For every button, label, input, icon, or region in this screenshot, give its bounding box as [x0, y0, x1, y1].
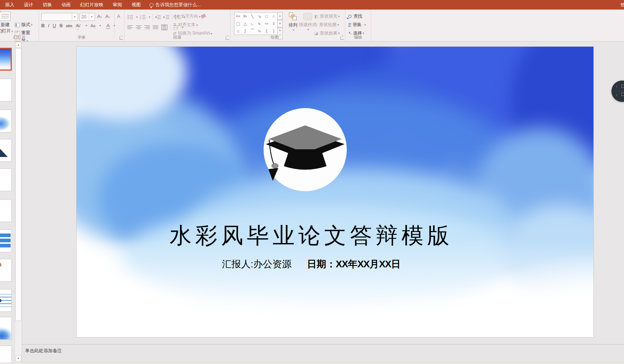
slide-thumbnail-11[interactable]: [0, 346, 12, 364]
shape-oval[interactable]: ○: [270, 13, 277, 20]
justify-button[interactable]: [153, 25, 159, 30]
shapes-scroll-down[interactable]: ▼: [278, 20, 283, 28]
slide-thumbnail-10[interactable]: [0, 317, 12, 340]
slide-thumbnail-7[interactable]: [0, 229, 12, 252]
account-partial-text[interactable]: 登: [620, 0, 624, 10]
grow-font-button[interactable]: A˄: [97, 14, 102, 19]
shape-text-box[interactable]: A≡: [235, 13, 242, 20]
decrease-indent-button[interactable]: [155, 15, 161, 19]
character-spacing-button[interactable]: AV: [76, 24, 80, 28]
tell-me-box[interactable]: 告诉我您想要做什么...: [146, 2, 205, 8]
ribbon-group-font: ▾ ▾ A˄ A˅ A B I U S abc AV▾ Aa▾ A▾ 字体: [39, 10, 124, 41]
layout-icon: [15, 23, 20, 27]
group-label-drawing: 绘图: [205, 35, 345, 40]
notes-pane[interactable]: 单击此处添加备注: [22, 344, 624, 363]
widget-icon[interactable]: [621, 93, 624, 96]
shadow-button[interactable]: S: [59, 23, 63, 28]
shape-fill-button[interactable]: ◧形状填充▾: [314, 13, 339, 19]
slide-thumbnail-2[interactable]: [0, 79, 12, 101]
slide-subtitle[interactable]: 汇报人:办公资源日期：XX年XX月XX日: [77, 258, 546, 271]
font-size-combo[interactable]: ▾: [80, 13, 95, 21]
shape-outline-button[interactable]: ▱形状轮廓▾: [314, 22, 339, 28]
drawing-dialog-launcher[interactable]: [341, 36, 344, 40]
shape-arc[interactable]: ⁀: [249, 27, 256, 35]
thumbnail-scroll-thumb[interactable]: [15, 48, 21, 321]
shape-vertical-text-box[interactable]: ‖A: [242, 13, 248, 20]
menu-bar: 插入设计切换动画幻灯片放映审阅视图 告诉我您想要做什么... 登: [0, 0, 624, 10]
slide-editing-surface[interactable]: 水彩风毕业论文答辩模版 汇报人:办公资源日期：XX年XX月XX日: [77, 47, 593, 337]
status-bar-edge: [0, 363, 624, 364]
lightbulb-icon: [149, 3, 154, 7]
distribute-button[interactable]: [161, 25, 168, 30]
underline-button[interactable]: U: [53, 23, 56, 28]
widget-down-arrow-icon[interactable]: ↓: [616, 92, 618, 97]
shape-down-arrow[interactable]: ⇩: [270, 20, 277, 27]
align-text-button[interactable]: ⇅对齐文本▾: [173, 22, 198, 28]
quick-styles-icon: [303, 13, 312, 20]
find-button[interactable]: 查找: [348, 13, 362, 19]
font-size-dropdown[interactable]: ▾: [89, 13, 94, 21]
font-size-input[interactable]: [80, 13, 89, 21]
menu-tab-design[interactable]: 设计: [19, 0, 38, 10]
thumbnail-scrollbar[interactable]: ▲ ▼: [15, 42, 21, 363]
align-left-button[interactable]: [127, 25, 133, 30]
font-color-button[interactable]: A: [106, 23, 110, 28]
notes-placeholder[interactable]: 单击此处添加备注: [25, 348, 62, 354]
menu-tab-view[interactable]: 视图: [127, 0, 146, 10]
menu-tab-animations[interactable]: 动画: [57, 0, 75, 10]
menu-tab-transitions[interactable]: 切换: [38, 0, 57, 10]
graduation-logo-circle[interactable]: [264, 108, 347, 191]
shape-elbow-connector[interactable]: ∟: [249, 20, 256, 27]
align-center-button[interactable]: [136, 25, 142, 30]
thumbnail-scroll-up[interactable]: ▲: [15, 42, 21, 48]
tell-me-label: 告诉我您想要做什么...: [156, 2, 201, 8]
strikethrough-button[interactable]: abc: [66, 24, 73, 28]
slide-thumbnail-3[interactable]: [0, 110, 12, 132]
shape-left-brace[interactable]: {: [263, 27, 270, 35]
shape-scribble[interactable]: ʃ: [242, 27, 248, 35]
change-case-button[interactable]: Aa: [91, 24, 95, 28]
font-name-combo[interactable]: ▾: [41, 13, 78, 21]
font-name-input[interactable]: [42, 13, 72, 21]
widget-up-arrow-icon[interactable]: ↑: [616, 84, 618, 89]
menu-tab-insert[interactable]: 插入: [0, 0, 19, 10]
layout-button[interactable]: 版式▾: [15, 22, 32, 28]
font-dialog-launcher[interactable]: [120, 36, 123, 40]
menu-tab-review[interactable]: 审阅: [108, 0, 127, 10]
group-label-font: 字体: [39, 35, 124, 40]
ribbon-group-editing: 查找 abac替换▾ ↖选择▾ 编辑: [345, 10, 371, 41]
bold-button[interactable]: B: [41, 23, 45, 28]
text-direction-button[interactable]: ⇵A文字方向▾: [173, 13, 201, 19]
slide-title[interactable]: 水彩风毕业论文答辩模版: [77, 221, 546, 251]
shape-curve[interactable]: ∿: [256, 27, 263, 35]
increase-indent-button[interactable]: [163, 15, 170, 19]
shape-rounded-rectangle[interactable]: ▢: [235, 20, 242, 27]
numbering-button[interactable]: 123: [140, 15, 146, 19]
thumbnail-scroll-down[interactable]: ▼: [15, 356, 21, 361]
slide-thumbnail-4[interactable]: [0, 139, 12, 162]
font-name-dropdown[interactable]: ▾: [72, 13, 77, 21]
shape-triangle[interactable]: △: [242, 20, 248, 27]
shapes-scroll-up[interactable]: ▲: [278, 12, 283, 20]
menu-tab-slideshow[interactable]: 幻灯片放映: [75, 0, 108, 10]
shape-rectangle[interactable]: □: [263, 13, 270, 20]
slide-thumbnail-5[interactable]: [0, 168, 12, 191]
align-right-button[interactable]: [144, 25, 150, 30]
bullets-button[interactable]: [127, 15, 133, 19]
shape-freeform[interactable]: ⌂: [235, 27, 242, 35]
shape-right-brace[interactable]: }: [270, 27, 277, 35]
widget-icon[interactable]: [621, 85, 624, 88]
italic-button[interactable]: I: [48, 23, 49, 28]
shrink-font-button[interactable]: A˅: [105, 14, 110, 19]
new-slide-icon: [0, 12, 11, 21]
replace-button[interactable]: abac替换▾: [348, 22, 366, 28]
shape-line-arrow[interactable]: ↘: [256, 13, 263, 20]
slide-thumbnail-9[interactable]: [0, 289, 12, 312]
slide-thumbnail-1[interactable]: [0, 48, 12, 71]
shape-elbow-arrow-connector[interactable]: ↳: [256, 20, 263, 27]
slide-thumbnail-6[interactable]: [0, 199, 12, 222]
shape-line[interactable]: ╲: [249, 13, 256, 20]
shape-right-arrow[interactable]: ⇨: [263, 20, 270, 27]
slide-thumbnail-8[interactable]: [0, 259, 12, 282]
new-slide-label-1: 新建: [0, 22, 15, 28]
